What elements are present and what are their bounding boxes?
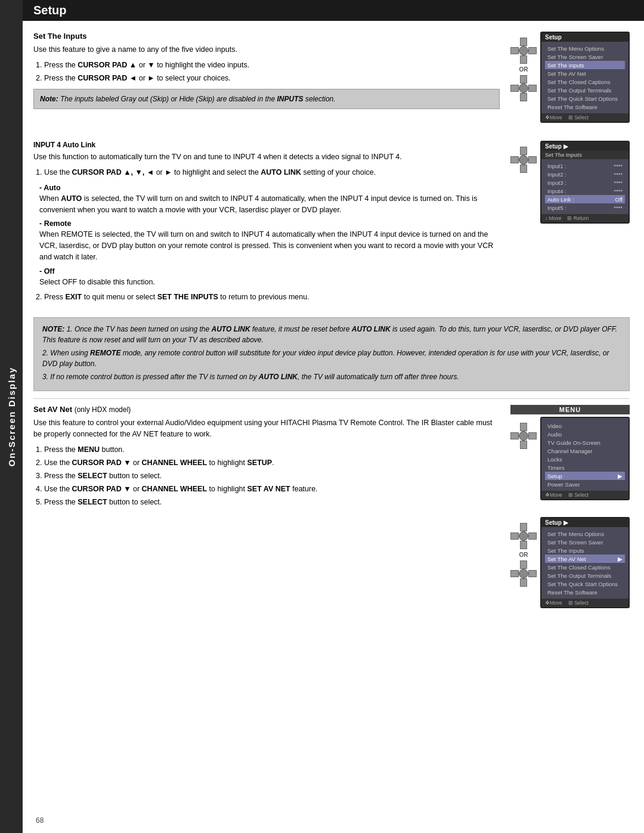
- menu-item: Set The Screen Saver: [545, 52, 625, 61]
- menu-mockup-main: Video Audio TV Guide On-Screen Channel M…: [540, 417, 630, 500]
- input4-intro: Use this function to automatically turn …: [33, 151, 500, 163]
- footer-move: ❖Move: [545, 600, 562, 606]
- dpad-right: [528, 47, 537, 54]
- dpad-center-setup2: [519, 569, 528, 578]
- dpad-down: [520, 55, 527, 64]
- input4-step2-list: Press EXIT to quit menu or select SET TH…: [44, 291, 500, 303]
- title-bar: Setup: [23, 0, 644, 21]
- menu-mockup-4: Setup ▶ Set The Menu Options Set The Scr…: [540, 517, 630, 608]
- option-auto-text: When AUTO is selected, the TV will turn …: [39, 193, 500, 216]
- image-row-1: OR Setup Set T: [510, 32, 630, 131]
- note-line-3: 3. If no remote control button is presse…: [42, 371, 621, 382]
- menu-footer-2: ↕ Move ⊞ Return: [541, 214, 628, 222]
- note-label: Note:: [40, 95, 58, 103]
- menu-item: Reset The Software: [545, 103, 625, 111]
- note-line-2: 2. When using REMOTE mode, any remote co…: [42, 348, 621, 369]
- dpad-right-main: [528, 432, 537, 439]
- menu-item: Set The Quick Start Options: [545, 580, 625, 588]
- image-row-main: Video Audio TV Guide On-Screen Channel M…: [510, 417, 630, 509]
- option-off: - Off Select OFF to disable this functio…: [39, 267, 500, 288]
- menu-body-4: Set The Menu Options Set The Screen Save…: [541, 527, 628, 599]
- note-autolink: NOTE: 1. Once the TV has been turned on …: [33, 317, 630, 391]
- menu-item: Set The AV Net: [545, 69, 625, 78]
- menu-item: TV Guide On-Screen: [545, 438, 625, 447]
- image-row-setup: OR Setup ▶ Set: [510, 517, 630, 617]
- dpad-up-setup2: [520, 561, 527, 569]
- list-item: Use the CURSOR PAD ▼ or CHANNEL WHEEL to…: [44, 457, 500, 469]
- menu-mockup-2: Setup ▶ Set The Inputs Input1 :**** Inpu…: [540, 141, 630, 224]
- content-body: Set The Inputs Use this feature to give …: [23, 21, 644, 637]
- menu-item: Set The Output Terminals: [545, 571, 625, 580]
- dpad-3: [510, 147, 537, 173]
- menu-item: Input5 :****: [545, 203, 625, 212]
- menu-item: Set The Menu Options: [545, 529, 625, 538]
- dpad-left: [510, 47, 519, 54]
- dpad-right-setup2: [528, 570, 537, 577]
- input4-text: INPUT 4 Auto Link Use this function to a…: [33, 141, 500, 308]
- set-inputs-text: Set The Inputs Use this feature to give …: [33, 32, 500, 131]
- dpad-right-2: [528, 85, 537, 92]
- menu-mockup-1: Setup Set The Menu Options Set The Scree…: [540, 32, 630, 123]
- set-av-net-title: Set AV Net (only HDX model): [33, 405, 500, 414]
- menu-footer-4: ❖Move ⊞ Select: [541, 599, 628, 607]
- footer-move: ❖Move: [545, 114, 562, 120]
- dpad-center-main: [519, 431, 528, 441]
- page-number: 68: [36, 816, 44, 825]
- menu-item: Set The Closed Captions: [545, 563, 625, 571]
- list-item: Press the SELECT button to select.: [44, 496, 500, 508]
- menu-body-main: Video Audio TV Guide On-Screen Channel M…: [541, 418, 628, 491]
- set-inputs-title: Set The Inputs: [33, 32, 500, 41]
- menu-body-2: Input1 :**** Input2 :**** Input3 :**** I…: [541, 159, 628, 214]
- page-wrapper: On-Screen Display Setup Set The Inputs U…: [0, 0, 644, 833]
- menu-header-4: Setup ▶: [541, 518, 628, 527]
- menu-body-1: Set The Menu Options Set The Screen Save…: [541, 42, 628, 113]
- option-off-title: - Off: [39, 267, 55, 275]
- menu-item: Set The Menu Options: [545, 44, 625, 52]
- menu-item: Input3 :****: [545, 178, 625, 187]
- set-av-net-steps: Press the MENU button. Use the CURSOR PA…: [44, 444, 500, 508]
- set-inputs-intro: Use this feature to give a name to any o…: [33, 44, 500, 55]
- menu-item: Set The Output Terminals: [545, 86, 625, 94]
- dpad-left-main: [510, 432, 519, 439]
- menu-item: Set The Screen Saver: [545, 538, 625, 546]
- or-text-1: OR: [519, 66, 528, 73]
- remote-side-1: OR: [510, 32, 537, 101]
- dpad-down-2: [520, 93, 527, 101]
- option-auto-title: - Auto: [39, 184, 61, 192]
- menu-sub-header: Set The Inputs: [541, 151, 628, 159]
- dpad-center-2: [519, 83, 528, 93]
- option-off-text: Select OFF to disable this function.: [39, 277, 500, 288]
- footer-select: ⊞ Select: [568, 492, 589, 498]
- dpad-left-setup: [510, 532, 519, 540]
- footer-select: ⊞ Return: [567, 215, 589, 221]
- menu-panel-2: Setup ▶ Set The Inputs Input1 :**** Inpu…: [510, 141, 630, 308]
- dpad-down-setup2: [520, 578, 527, 587]
- footer-move: ❖Move: [545, 492, 562, 498]
- remote-side-setup: OR: [510, 517, 537, 587]
- menu-item: Input2 :****: [545, 170, 625, 178]
- option-remote-text: When REMOTE is selected, the TV will tur…: [39, 229, 500, 262]
- menu-panel-1: OR Setup Set T: [510, 32, 630, 131]
- dpad-setup: [510, 523, 537, 549]
- menu-item: Audio: [545, 430, 625, 438]
- set-inputs-note: Note: The inputs labeled Gray out (Skip)…: [33, 89, 500, 109]
- page-title: Setup: [33, 4, 633, 17]
- menu-header-1: Setup: [541, 33, 628, 42]
- or-text-2: OR: [519, 552, 528, 558]
- list-item: Press the CURSOR PAD ◄ or ► to select yo…: [44, 72, 500, 84]
- dpad-left-2: [510, 85, 519, 92]
- dpad-down-setup: [520, 541, 527, 549]
- dpad-1: [510, 38, 537, 64]
- list-item: Press EXIT to quit menu or select SET TH…: [44, 291, 500, 303]
- dpad-left-setup2: [510, 570, 519, 577]
- dpad-up: [520, 38, 527, 46]
- menu-footer-1: ❖Move ⊞ Select: [541, 113, 628, 122]
- dpad-down-main: [520, 441, 527, 449]
- remote-side-main: [510, 417, 537, 449]
- menu-item: Set The Inputs: [545, 546, 625, 555]
- option-auto: - Auto When AUTO is selected, the TV wil…: [39, 183, 500, 216]
- main-content: Setup Set The Inputs Use this feature to…: [23, 0, 644, 833]
- dpad-main: [510, 423, 537, 449]
- menu-item: Input1 :****: [545, 162, 625, 170]
- image-row-2: Setup ▶ Set The Inputs Input1 :**** Inpu…: [510, 141, 630, 232]
